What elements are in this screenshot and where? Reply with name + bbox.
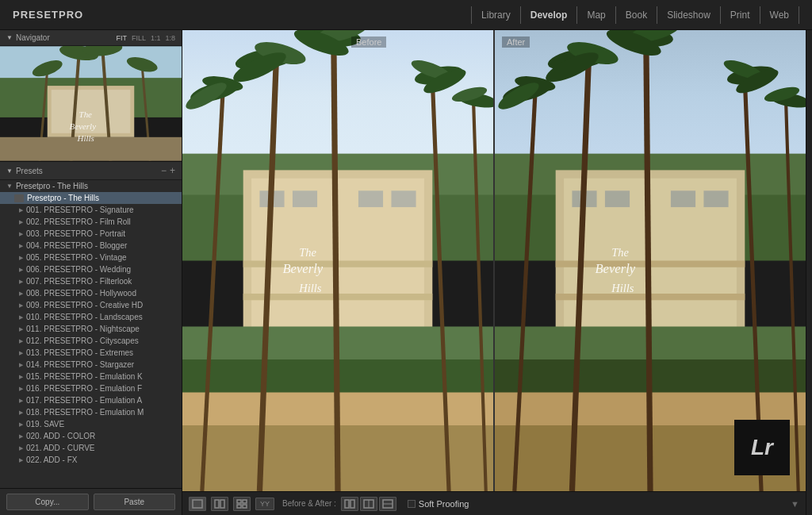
item-triangle-icon: ▶ [19,409,23,416]
ba-split-button[interactable] [360,497,377,511]
fit-button[interactable]: FIT [116,34,127,42]
presets-list: ▼ Presetpro - The Hills Presetpro - The … [0,180,182,488]
paste-button[interactable]: Paste [94,494,176,510]
filmstrip-view-button[interactable] [211,497,228,511]
svg-rect-98 [350,500,354,508]
ratio2-button[interactable]: 1:8 [165,34,175,42]
center-photo-area: Before After [182,30,806,515]
preset-item-label: 009. PRESETPRO - Creative HD [26,301,143,309]
nav-map[interactable]: Map [577,6,615,24]
item-triangle-icon: ▶ [19,433,23,440]
item-triangle-icon: ▶ [19,374,23,380]
nav-book[interactable]: Book [616,6,657,24]
bottom-toolbar: YY Before & After : [182,491,806,515]
ratio1-button[interactable]: 1:1 [151,34,161,42]
list-item[interactable]: ▶ 011. PRESETPRO - Nightscape [0,323,182,335]
list-item[interactable]: ▶ 012. PRESETPRO - Cityscapes [0,335,182,347]
copy-button[interactable]: Copy... [6,494,89,510]
grid-view-button[interactable] [233,497,251,511]
list-item[interactable]: ▶ 021. ADD - CURVE [0,442,182,454]
single-view-button[interactable] [189,497,206,511]
preset-item-label: 014. PRESETPRO - Stargazer [26,360,134,369]
item-triangle-icon: ▶ [19,338,23,344]
svg-rect-94 [243,500,247,503]
preset-item-label: 008. PRESETPRO - Hollywood [26,289,136,298]
list-item[interactable]: ▶ 014. PRESETPRO - Stargazer [0,359,182,371]
presets-section: ▼ Presets [6,167,43,175]
list-item[interactable]: ▶ 020. ADD - COLOR [0,430,182,442]
navigator-header: ▼ Navigator FIT FILL 1:1 1:8 [0,30,182,46]
preset-item-label: 015. PRESETPRO - Emulation K [26,372,143,381]
after-label: After [502,37,530,48]
before-after-view-buttons [341,497,396,511]
top-navigation: PRESETPRO Library Develop Map Book Slide… [0,0,812,30]
nav-slideshow[interactable]: Slideshow [657,6,721,24]
list-item[interactable]: ▶ 010. PRESETPRO - Landscapes [0,311,182,323]
group-triangle-icon: ▼ [6,183,13,190]
preset-item-label: 013. PRESETPRO - Extremes [26,348,133,357]
list-item[interactable]: ▶ 015. PRESETPRO - Emulation K [0,371,182,382]
presets-minus-button[interactable]: − [161,165,167,176]
fill-button[interactable]: FILL [132,34,146,42]
list-item[interactable]: ▶ 017. PRESETPRO - Emulation A [0,394,182,406]
list-item[interactable]: ▶ 018. PRESETPRO - Emulation M [0,406,182,418]
preset-active-item[interactable]: Presetpro - The Hills [0,192,182,204]
scroll-bar[interactable] [806,30,812,515]
svg-text:The: The [611,246,629,259]
preset-item-label: 018. PRESETPRO - Emulation M [26,408,144,417]
yy-button[interactable]: YY [255,498,274,510]
preset-item-label: 007. PRESETPRO - Filterlook [26,277,132,286]
list-item[interactable]: ▶ 009. PRESETPRO - Creative HD [0,299,182,311]
nav-library[interactable]: Library [471,6,521,24]
presets-actions: − + [161,165,175,176]
svg-text:Beverly: Beverly [282,261,323,276]
preset-active-label: Presetpro - The Hills [27,194,99,202]
list-item[interactable]: ▶ 008. PRESETPRO - Hollywood [0,287,182,299]
list-item[interactable]: ▶ 001. PRESETPRO - Signature [0,204,182,216]
list-item[interactable]: ▶ 005. PRESETPRO - Vintage [0,252,182,263]
item-triangle-icon: ▶ [19,255,23,261]
list-item[interactable]: ▶ 006. PRESETPRO - Wedding [0,263,182,275]
list-item[interactable]: ▶ 013. PRESETPRO - Extremes [0,347,182,359]
before-label: Before [351,37,386,48]
item-triangle-icon: ▶ [19,231,23,237]
presets-label: Presets [16,167,43,175]
navigator-label: Navigator [16,33,50,42]
list-item[interactable]: ▶ 004. PRESETPRO - Blogger [0,240,182,252]
item-triangle-icon: ▶ [19,314,23,321]
nav-print[interactable]: Print [721,6,760,24]
before-photo: The Beverly Hills [182,30,495,491]
svg-rect-23 [358,190,383,207]
preset-item-label: 021. ADD - CURVE [26,444,95,452]
before-scene-svg: The Beverly Hills [182,30,493,491]
nav-develop[interactable]: Develop [521,6,578,24]
filmstrip-view-icon [214,499,225,509]
item-triangle-icon: ▶ [19,302,23,309]
list-item[interactable]: ▶ 007. PRESETPRO - Filterlook [0,275,182,287]
svg-rect-24 [391,190,416,207]
list-item[interactable]: ▶ 019. SAVE [0,418,182,430]
preset-item-label: 011. PRESETPRO - Nightscape [26,325,140,333]
list-item[interactable]: ▶ 016. PRESETPRO - Emulation F [0,382,182,394]
ba-overlay-button[interactable] [379,497,396,511]
list-item[interactable]: ▶ 002. PRESETPRO - Film Roll [0,216,182,228]
after-photo: The Beverly Hills [495,30,806,491]
svg-rect-97 [345,500,349,508]
list-item[interactable]: ▶ 003. PRESETPRO - Portrait [0,228,182,240]
svg-line-42 [334,38,338,491]
preset-item-label: 003. PRESETPRO - Portrait [26,229,125,238]
item-triangle-icon: ▶ [19,267,23,273]
item-triangle-icon: ▶ [19,207,23,213]
preset-item-label: 006. PRESETPRO - Wedding [26,265,131,274]
soft-proofing-checkbox[interactable] [408,500,416,508]
item-triangle-icon: ▶ [19,398,23,404]
list-item[interactable]: ▶ 022. ADD - FX [0,454,182,466]
collapse-arrow-icon[interactable]: ▼ [791,499,799,509]
nav-web[interactable]: Web [760,6,799,24]
ba-side-by-side-button[interactable] [341,497,358,511]
preset-item-label: 017. PRESETPRO - Emulation A [26,396,142,405]
presets-add-button[interactable]: + [170,165,175,176]
preset-group-the-hills[interactable]: ▼ Presetpro - The Hills [0,180,182,192]
left-panel: ▼ Navigator FIT FILL 1:1 1:8 [0,30,182,515]
svg-rect-59 [605,190,630,207]
